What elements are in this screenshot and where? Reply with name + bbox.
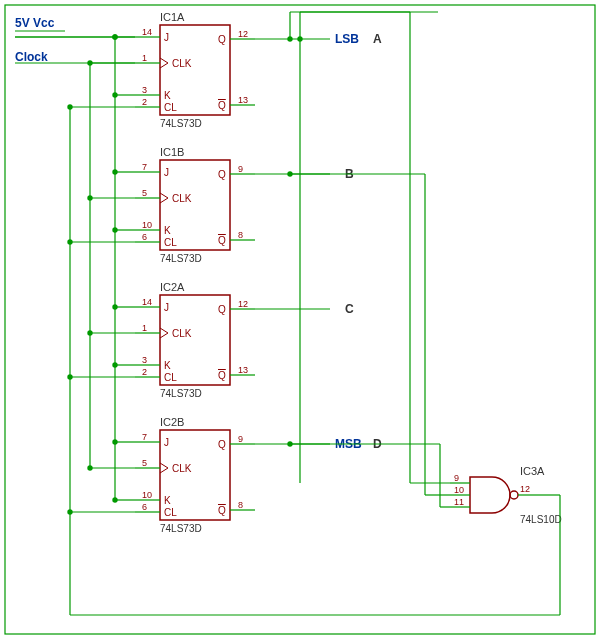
pin-num: 14	[142, 297, 152, 307]
nand-body	[470, 477, 510, 513]
pin-num: 7	[142, 432, 147, 442]
junction	[67, 104, 72, 109]
junction	[87, 330, 92, 335]
pin-lbl: CL	[164, 372, 177, 383]
pin-num: 5	[142, 188, 147, 198]
pin-num: 2	[142, 367, 147, 377]
ff-ref: IC2B	[160, 416, 184, 428]
pin-lbl: J	[164, 32, 169, 43]
out-letter: A	[373, 32, 382, 46]
pin-lbl: CL	[164, 237, 177, 248]
junction	[87, 465, 92, 470]
ff-part: 74LS73D	[160, 523, 202, 534]
pin-num: 10	[142, 220, 152, 230]
pin-num: 7	[142, 162, 147, 172]
pin-num: 8	[238, 230, 243, 240]
pin-lbl: CLK	[172, 193, 192, 204]
ff-part: 74LS73D	[160, 118, 202, 129]
pin-lbl: Q	[218, 304, 226, 315]
nand-bubble	[510, 491, 518, 499]
pin-lbl: J	[164, 302, 169, 313]
pin-num: 3	[142, 85, 147, 95]
pin-num: 6	[142, 502, 147, 512]
pin-lbl-qbar: Q	[218, 100, 226, 111]
nand-part: 74LS10D	[520, 514, 562, 525]
ff-ref: IC1A	[160, 11, 185, 23]
svg-text:11: 11	[454, 497, 464, 507]
pin-lbl-qbar: Q	[218, 370, 226, 381]
junction	[87, 60, 92, 65]
pin-lbl: CLK	[172, 463, 192, 474]
junction	[87, 195, 92, 200]
junction	[112, 362, 117, 367]
pin-lbl: CLK	[172, 58, 192, 69]
junction	[67, 374, 72, 379]
junction	[112, 497, 117, 502]
svg-text:12: 12	[520, 484, 530, 494]
ff-ref: IC2A	[160, 281, 185, 293]
junction	[112, 34, 117, 39]
pin-lbl: J	[164, 437, 169, 448]
pin-num: 13	[238, 95, 248, 105]
pin-num: 13	[238, 365, 248, 375]
pin-lbl: K	[164, 495, 171, 506]
pin-lbl: K	[164, 225, 171, 236]
junction	[112, 92, 117, 97]
out-tag: LSB	[335, 32, 359, 46]
junction	[112, 439, 117, 444]
ff-part: 74LS73D	[160, 253, 202, 264]
pin-lbl: CL	[164, 102, 177, 113]
junction	[112, 304, 117, 309]
clock-label: Clock	[15, 50, 48, 64]
pin-num: 5	[142, 458, 147, 468]
pin-lbl-qbar: Q	[218, 505, 226, 516]
schematic-canvas: IC1A74LS73D14J1CLK3K2CL12Q13QIC1B74LS73D…	[0, 0, 600, 639]
pin-lbl-qbar: Q	[218, 235, 226, 246]
pin-lbl: K	[164, 90, 171, 101]
junction	[112, 227, 117, 232]
pin-lbl: Q	[218, 439, 226, 450]
pin-num: 1	[142, 323, 147, 333]
vcc-label: 5V Vcc	[15, 16, 55, 30]
ff-part: 74LS73D	[160, 388, 202, 399]
pin-lbl: CL	[164, 507, 177, 518]
junction	[112, 169, 117, 174]
svg-text:10: 10	[454, 485, 464, 495]
pin-num: 6	[142, 232, 147, 242]
ff-ref: IC1B	[160, 146, 184, 158]
pin-lbl: K	[164, 360, 171, 371]
pin-num: 10	[142, 490, 152, 500]
pin-num: 12	[238, 299, 248, 309]
pin-num: 12	[238, 29, 248, 39]
pin-num: 1	[142, 53, 147, 63]
junction	[67, 239, 72, 244]
junction	[67, 509, 72, 514]
pin-lbl: Q	[218, 34, 226, 45]
pin-lbl: CLK	[172, 328, 192, 339]
out-letter: C	[345, 302, 354, 316]
pin-num: 8	[238, 500, 243, 510]
pin-num: 9	[238, 164, 243, 174]
pin-lbl: Q	[218, 169, 226, 180]
nand-ref: IC3A	[520, 465, 545, 477]
pin-num: 3	[142, 355, 147, 365]
pin-num: 9	[238, 434, 243, 444]
pin-num: 14	[142, 27, 152, 37]
svg-text:9: 9	[454, 473, 459, 483]
pin-lbl: J	[164, 167, 169, 178]
pin-num: 2	[142, 97, 147, 107]
